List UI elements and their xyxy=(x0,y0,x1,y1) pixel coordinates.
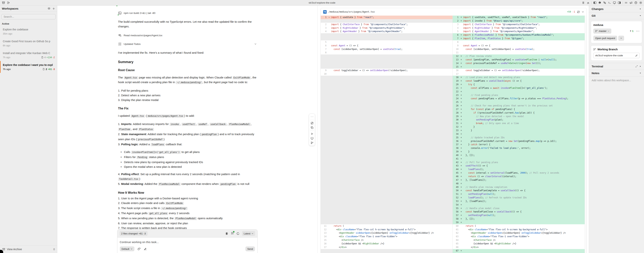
diff-row xyxy=(321,54,452,58)
expand-icon[interactable] xyxy=(635,65,638,68)
diff-marker: + xyxy=(460,154,463,157)
list-marker: 4. xyxy=(118,212,121,215)
diff-row xyxy=(321,94,452,97)
tool-call-row[interactable]: Read medusa/src/pages/Agent.tsx xyxy=(118,33,257,37)
list-marker: 1. xyxy=(118,89,121,92)
more-options-button[interactable]: ··· xyxy=(636,30,640,33)
chat-bubble-icon[interactable] xyxy=(598,1,602,4)
line-number: 17 xyxy=(453,72,460,76)
diff-row: 43+ useEffect(() => { xyxy=(453,164,585,168)
workspace-item[interactable]: Explore the codebase35m ago xyxy=(0,26,57,37)
git-section-header[interactable]: Git xyxy=(589,12,644,19)
monitor-icon[interactable] xyxy=(310,137,314,140)
diff-pane-old: 1−import { useState } from "react";2impo… xyxy=(321,16,453,253)
open-pull-request-button[interactable]: Open pull request xyxy=(593,36,617,41)
diff-row: 44+ loadPlans(); xyxy=(453,168,585,171)
pen-icon[interactable] xyxy=(144,247,147,250)
help-icon[interactable] xyxy=(634,1,638,4)
tool-call-label: npm run build 2>&1 | tail -80 xyxy=(124,12,156,14)
view-archive-button[interactable]: View Archive 0 xyxy=(0,245,57,253)
diff-row xyxy=(321,115,452,118)
notes-section-header[interactable]: Notes xyxy=(589,70,644,76)
diff-row xyxy=(321,178,452,182)
plus-icon[interactable] xyxy=(52,7,55,10)
chevron-down-icon[interactable] xyxy=(582,11,584,13)
branch-selector[interactable]: master xyxy=(593,28,611,34)
diff-marker: + xyxy=(460,146,463,150)
send-button[interactable]: Send xyxy=(246,246,255,251)
spinner-icon[interactable] xyxy=(236,232,240,235)
megaphone-icon[interactable] xyxy=(629,1,632,4)
tool-call-row[interactable]: npm run build 2>&1 | tail -80 xyxy=(118,11,257,15)
text-run: The response is written back and the hoo… xyxy=(121,226,187,230)
message-input[interactable]: Continue working on this task... xyxy=(120,240,255,244)
line-number: 44 xyxy=(453,168,460,171)
diff-marker: + xyxy=(460,86,463,90)
archive-icon[interactable] xyxy=(2,1,5,4)
git-compare-icon[interactable] xyxy=(603,1,606,4)
diff-row xyxy=(321,97,452,100)
diff-row: 56+ const handlePlanClose = useCallback(… xyxy=(453,210,585,214)
monitor-icon[interactable] xyxy=(613,1,616,4)
changes-section-header[interactable]: Changes xyxy=(589,6,644,12)
diff-marker: + xyxy=(460,171,463,175)
model-selector[interactable]: Default xyxy=(120,246,134,251)
preview-off-icon[interactable] xyxy=(310,122,314,124)
line-number: 4 xyxy=(321,30,328,33)
line-number: 43 xyxy=(453,164,460,168)
workspace-item[interactable]: Explore the codebase I want you to expl7… xyxy=(0,61,57,73)
archive-icon xyxy=(2,248,5,251)
sign-out-icon[interactable] xyxy=(7,1,10,4)
code-line: const handlePlanComplete = useCallback((… xyxy=(463,189,585,192)
diff-marker: + xyxy=(460,221,463,224)
copy-icon[interactable] xyxy=(310,126,314,129)
gear-icon[interactable] xyxy=(639,1,642,4)
menu-icon[interactable] xyxy=(624,1,628,4)
drag-dots-icon[interactable] xyxy=(310,115,314,118)
collapse-up-icon[interactable] xyxy=(586,1,590,4)
line-number: 2 xyxy=(321,23,328,26)
diff-marker: + xyxy=(460,108,463,111)
diff-marker: + xyxy=(460,62,463,65)
code-line xyxy=(463,51,585,54)
diff-row: 66 </div> xyxy=(453,246,585,249)
diff-marker: + xyxy=(460,164,463,168)
diff-scrollbar[interactable] xyxy=(585,16,586,253)
terminal-prompt-icon[interactable] xyxy=(608,1,611,4)
line-number: 8 xyxy=(453,40,460,44)
line-number: 5 xyxy=(453,30,460,33)
play-icon[interactable] xyxy=(310,132,314,135)
diff-row: 49+ // Handle plan review completion xyxy=(453,186,585,189)
inline-code: invoke<PlanItem[]>('get_all_plans') xyxy=(131,151,181,154)
diff-marker xyxy=(460,44,463,48)
panel-right-icon[interactable] xyxy=(618,1,621,4)
list-item: 3. Polling logic: Added a loadPlans call… xyxy=(118,142,257,147)
search-input[interactable]: Search... xyxy=(2,14,56,19)
spark-icon[interactable] xyxy=(225,232,228,235)
list-marker: 5. xyxy=(118,216,121,220)
pr-options-button[interactable] xyxy=(618,36,624,41)
workspace-item[interactable]: Create Good First Issues on Github So p6… xyxy=(0,37,57,49)
terminal-section-header[interactable]: Terminal xyxy=(589,63,644,70)
diff-row: 55+ // Handle plan modal close xyxy=(453,207,585,210)
layers-icon[interactable] xyxy=(48,7,50,10)
whitespace-toggle-icon[interactable] xyxy=(577,10,580,13)
paperclip-icon[interactable] xyxy=(138,247,141,250)
diff-marker: + xyxy=(460,186,463,189)
pencil-icon[interactable] xyxy=(635,54,638,57)
files-changed-badge[interactable]: 2 files changed +61 -3 xyxy=(120,231,148,236)
workspace-item[interactable]: Install and integrate Vibe Kanban Web C7… xyxy=(0,49,57,61)
panel-left-icon[interactable] xyxy=(593,1,596,4)
tool-call-row[interactable]: Updated Todos xyxy=(118,42,257,46)
version-selector[interactable]: Latest xyxy=(242,231,255,236)
list-marker: 2. xyxy=(118,202,121,204)
working-branch-input[interactable]: vk/3ccf-explore-the-code xyxy=(593,53,640,58)
tasks-icon[interactable] xyxy=(231,232,234,236)
pause-icon[interactable] xyxy=(582,1,585,4)
inline-code: PlanReviewModal xyxy=(158,182,180,186)
diff-row: 10 const [sidebarOpen, setSidebarOpen] =… xyxy=(453,48,585,51)
diff-row xyxy=(321,217,452,221)
git-branch-icon[interactable] xyxy=(310,141,314,144)
notes-input[interactable]: Add notes about this workspace... xyxy=(589,76,644,84)
code-line: }, [loadPlans]); xyxy=(463,200,585,203)
